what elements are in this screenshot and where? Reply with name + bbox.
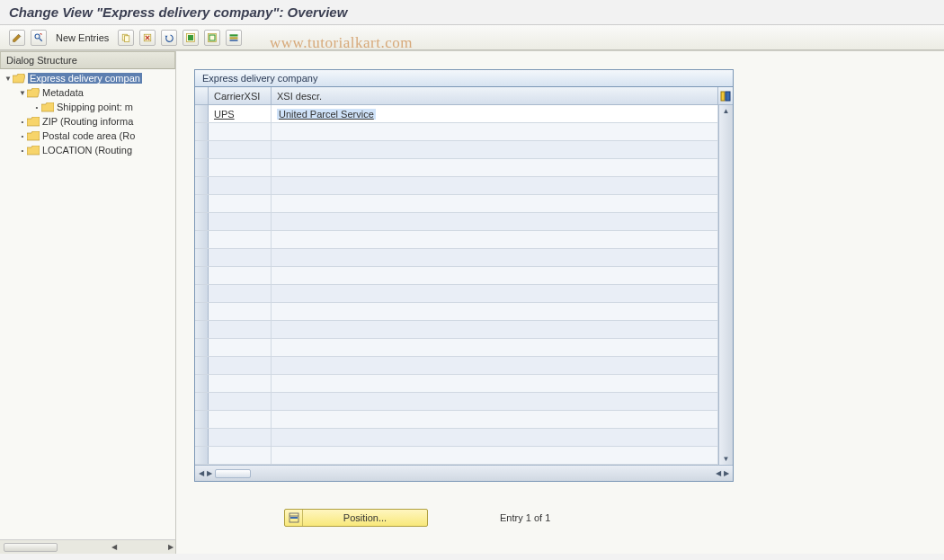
- cell-descr-empty[interactable]: [272, 141, 718, 158]
- tree-item[interactable]: •LOCATION (Routing: [0, 143, 175, 157]
- row-selector[interactable]: [195, 105, 209, 122]
- cell-carrier-empty[interactable]: [209, 141, 272, 158]
- cell-carrier-empty[interactable]: [209, 213, 272, 230]
- position-button[interactable]: Position...: [284, 509, 428, 527]
- cell-carrier-empty[interactable]: [209, 249, 272, 266]
- delete-icon[interactable]: [139, 30, 156, 46]
- cell-descr-empty[interactable]: [272, 285, 718, 302]
- scroll-right-end-icon[interactable]: ▶: [724, 469, 729, 477]
- undo-icon[interactable]: [161, 30, 177, 46]
- cell-descr-empty[interactable]: [272, 411, 718, 428]
- svg-rect-8: [188, 35, 193, 40]
- cell-descr-empty[interactable]: [272, 429, 718, 446]
- cell-descr-empty[interactable]: [272, 159, 718, 176]
- row-selector[interactable]: [195, 339, 209, 356]
- cell-descr[interactable]: United Parcel Service: [272, 105, 718, 122]
- cell-descr-empty[interactable]: [272, 213, 718, 230]
- deselect-all-icon[interactable]: [204, 30, 220, 46]
- cell-descr-empty[interactable]: [272, 321, 718, 338]
- row-selector[interactable]: [195, 213, 209, 230]
- tree-item[interactable]: ▼Metadata: [0, 85, 175, 100]
- cell-descr-empty[interactable]: [272, 177, 718, 194]
- row-selector[interactable]: [195, 285, 209, 302]
- cell-descr-empty[interactable]: [272, 339, 718, 356]
- cell-carrier-empty[interactable]: [209, 195, 272, 212]
- column-header-carrier[interactable]: CarrierXSI: [209, 87, 272, 104]
- table-settings-icon[interactable]: [226, 30, 242, 46]
- row-selector[interactable]: [195, 231, 209, 248]
- cell-carrier-empty[interactable]: [209, 231, 272, 248]
- row-selector[interactable]: [195, 267, 209, 284]
- row-selector[interactable]: [195, 159, 209, 176]
- expand-toggle-icon[interactable]: ▼: [4, 75, 13, 83]
- tree-item[interactable]: ▼Express delivery compan: [0, 71, 175, 85]
- tree-item[interactable]: •Shipping point: m: [0, 100, 175, 114]
- cell-descr-empty[interactable]: [272, 195, 718, 212]
- row-selector[interactable]: [195, 411, 209, 428]
- row-selector[interactable]: [195, 177, 209, 194]
- cell-carrier-empty[interactable]: [209, 321, 272, 338]
- row-selector[interactable]: [195, 303, 209, 320]
- cell-carrier-empty[interactable]: [209, 123, 272, 140]
- cell-carrier-empty[interactable]: [209, 411, 272, 428]
- cell-descr-empty[interactable]: [272, 393, 718, 410]
- copy-as-icon[interactable]: [118, 30, 134, 46]
- row-selector[interactable]: [195, 429, 209, 446]
- hscroll-thumb[interactable]: [215, 469, 251, 478]
- row-selector[interactable]: [195, 357, 209, 374]
- cell-descr-empty[interactable]: [272, 357, 718, 374]
- cell-descr-empty[interactable]: [272, 447, 718, 464]
- row-selector[interactable]: [195, 375, 209, 392]
- cell-descr-empty[interactable]: [272, 249, 718, 266]
- new-entries-button[interactable]: New Entries: [52, 32, 112, 43]
- scroll-right-icon[interactable]: ◀: [716, 469, 721, 477]
- other-entry-icon[interactable]: [31, 30, 47, 46]
- cell-carrier-empty[interactable]: [209, 303, 272, 320]
- cell-carrier-empty[interactable]: [209, 339, 272, 356]
- cell-carrier-empty[interactable]: [209, 285, 272, 302]
- svg-rect-15: [726, 92, 730, 101]
- cell-descr-empty[interactable]: [272, 231, 718, 248]
- row-selector[interactable]: [195, 195, 209, 212]
- row-selector[interactable]: [195, 393, 209, 410]
- column-header-descr[interactable]: XSI descr.: [272, 87, 718, 104]
- grid-row-empty: [195, 321, 718, 339]
- select-all-icon[interactable]: [183, 30, 199, 46]
- tree-item[interactable]: •Postal code area (Ro: [0, 129, 175, 143]
- scroll-right-icon[interactable]: ▶: [168, 543, 174, 551]
- cell-carrier-empty[interactable]: [209, 159, 272, 176]
- row-selector[interactable]: [195, 447, 209, 464]
- toggle-display-change-icon[interactable]: [9, 30, 25, 46]
- cell-carrier-empty[interactable]: [209, 375, 272, 392]
- cell-descr-empty[interactable]: [272, 375, 718, 392]
- scroll-down-icon[interactable]: ▼: [723, 455, 730, 463]
- cell-carrier[interactable]: UPS: [209, 105, 272, 122]
- svg-rect-18: [290, 517, 298, 519]
- row-selector[interactable]: [195, 123, 209, 140]
- cell-carrier-empty[interactable]: [209, 357, 272, 374]
- tree-horizontal-scrollbar[interactable]: ◀ ▶: [0, 539, 175, 554]
- row-selector[interactable]: [195, 141, 209, 158]
- grid-vertical-scrollbar[interactable]: ▲ ▼: [718, 105, 733, 465]
- scroll-left-icon[interactable]: ◀: [111, 543, 117, 551]
- cell-carrier-empty[interactable]: [209, 447, 272, 464]
- dialog-structure-panel: Dialog Structure ▼Express delivery compa…: [0, 51, 176, 554]
- row-selector[interactable]: [195, 249, 209, 266]
- cell-carrier-empty[interactable]: [209, 177, 272, 194]
- scroll-up-icon[interactable]: ▲: [723, 107, 730, 115]
- tree-item[interactable]: •ZIP (Routing informa: [0, 114, 175, 129]
- tree-item-label: Postal code area (Ro: [42, 130, 135, 141]
- cell-carrier-empty[interactable]: [209, 393, 272, 410]
- scroll-left-start-icon[interactable]: ◀: [199, 469, 204, 477]
- cell-descr-empty[interactable]: [272, 267, 718, 284]
- cell-carrier-empty[interactable]: [209, 267, 272, 284]
- cell-descr-empty[interactable]: [272, 123, 718, 140]
- grid-horizontal-scrollbar[interactable]: ◀ ▶ ◀ ▶: [195, 465, 733, 481]
- grid-config-icon[interactable]: [718, 91, 733, 102]
- cell-carrier-empty[interactable]: [209, 429, 272, 446]
- expand-toggle-icon[interactable]: ▼: [18, 89, 27, 97]
- row-selector-header[interactable]: [195, 87, 209, 104]
- scroll-left-icon[interactable]: ▶: [207, 469, 212, 477]
- row-selector[interactable]: [195, 321, 209, 338]
- cell-descr-empty[interactable]: [272, 303, 718, 320]
